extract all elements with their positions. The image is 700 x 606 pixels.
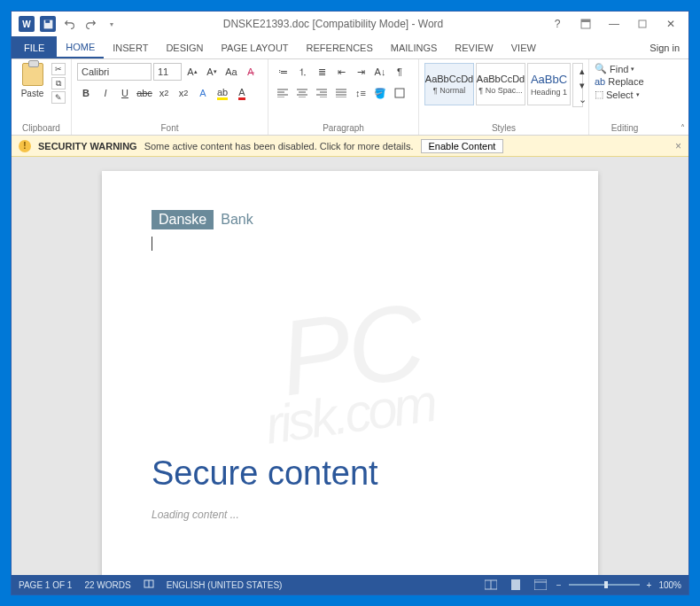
style-normal[interactable]: AaBbCcDd ¶ Normal [424,63,474,105]
tab-home[interactable]: HOME [57,36,104,58]
word-window: W ▾ DNSKE21393.doc [Compatibility Mode] … [11,11,689,595]
enable-content-button[interactable]: Enable Content [421,139,504,153]
zoom-thumb[interactable] [604,581,608,588]
style-heading-1[interactable]: AaBbC Heading 1 [527,63,571,105]
decrease-indent-button[interactable]: ⇤ [332,63,350,81]
bold-button[interactable]: B [77,84,95,102]
select-button[interactable]: ⬚ Select▾ [595,89,655,100]
highlight-button[interactable]: ab [214,84,231,102]
superscript-button[interactable]: x2 [175,84,192,102]
strikethrough-button[interactable]: abc [136,84,153,102]
qat-customize[interactable]: ▾ [102,14,121,34]
svg-rect-4 [639,20,646,27]
numbering-button[interactable]: ⒈ [293,63,311,81]
maximize-button[interactable] [630,15,655,33]
align-left-button[interactable] [274,84,292,102]
zoom-in-button[interactable]: + [647,580,652,590]
zoom-slider[interactable] [569,584,640,586]
replace-button[interactable]: ab Replace [595,76,655,87]
tab-references[interactable]: REFERENCES [298,36,382,58]
web-layout-button[interactable] [532,578,549,592]
styles-gallery[interactable]: AaBbCcDd ¶ Normal AaBbCcDd ¶ No Spac... … [424,63,583,107]
book-icon [144,579,154,589]
ribbon-display-options[interactable] [573,15,598,33]
zoom-out-button[interactable]: − [556,580,562,590]
tab-file[interactable]: FILE [12,36,57,58]
zoom-level[interactable]: 100% [658,580,681,590]
read-mode-button[interactable] [482,578,500,592]
logo-left: Danske [152,210,214,229]
security-warning-bar: ! SECURITY WARNING Some active content h… [12,136,688,157]
status-words[interactable]: 22 WORDS [84,580,130,590]
styles-expand[interactable]: ⌄ [573,92,591,106]
styles-scroll-down[interactable]: ▾ [573,78,591,92]
italic-button[interactable]: I [97,84,114,102]
increase-indent-button[interactable]: ⇥ [352,63,369,81]
tab-design[interactable]: DESIGN [157,36,212,58]
document-page[interactable]: Danske Bank Secure content Loading conte… [102,171,598,575]
window-controls: ? — ✕ [545,15,683,33]
justify-button[interactable] [332,84,350,102]
undo-button[interactable] [59,14,79,34]
cut-button[interactable]: ✂ [51,63,66,75]
tab-mailings[interactable]: MAILINGS [382,36,447,58]
shading-button[interactable]: 🪣 [371,84,389,102]
tab-review[interactable]: REVIEW [446,36,502,58]
status-language[interactable]: ENGLISH (UNITED STATES) [167,580,283,590]
styles-scroll-up[interactable]: ▴ [573,64,591,78]
find-button[interactable]: 🔍 Find▾ [595,63,655,74]
style-no-spacing[interactable]: AaBbCcDd ¶ No Spac... [476,63,525,105]
status-proofing[interactable] [144,579,154,591]
save-button[interactable] [38,14,58,34]
align-left-icon [277,89,288,97]
collapse-ribbon-button[interactable]: ˄ [681,123,685,133]
close-button[interactable]: ✕ [658,15,683,33]
app-icon[interactable]: W [17,14,36,34]
save-icon [40,16,56,32]
warning-icon: ! [19,140,31,152]
print-layout-button[interactable] [507,578,525,592]
align-right-button[interactable] [313,84,331,102]
subscript-button[interactable]: x2 [155,84,173,102]
group-styles: AaBbCcDd ¶ Normal AaBbCcDd ¶ No Spac... … [419,59,589,135]
paste-button[interactable]: Paste [17,63,48,98]
font-name-combo[interactable]: Calibri [77,63,152,81]
text-effects-button[interactable]: A [194,84,212,102]
minimize-button[interactable]: — [602,15,626,33]
document-area[interactable]: Danske Bank Secure content Loading conte… [12,157,688,575]
numbering-icon: ⒈ [298,66,307,79]
font-color-button[interactable]: A [233,84,251,102]
format-painter-button[interactable]: ✎ [51,91,66,104]
highlighter-icon: ab [217,87,228,100]
redo-button[interactable] [81,14,100,34]
security-close-button[interactable]: × [675,140,681,152]
svg-rect-1 [45,19,50,22]
clear-formatting-button[interactable]: A̶ [242,63,260,81]
show-marks-button[interactable]: ¶ [391,63,408,81]
titlebar: W ▾ DNSKE21393.doc [Compatibility Mode] … [12,12,688,36]
tab-page-layout[interactable]: PAGE LAYOUT [213,36,298,58]
group-editing: 🔍 Find▾ ab Replace ⬚ Select▾ Editing [589,59,660,135]
tab-insert[interactable]: INSERT [104,36,157,58]
sort-button[interactable]: A↓ [371,63,389,81]
help-button[interactable]: ? [545,15,570,33]
multilevel-list-button[interactable]: ≣ [313,63,331,81]
styles-group-label: Styles [424,123,583,133]
font-size-combo[interactable]: 11 [153,63,182,81]
shrink-font-button[interactable]: A▾ [203,63,221,81]
align-center-button[interactable] [293,84,311,102]
copy-button[interactable]: ⧉ [51,77,66,89]
change-case-button[interactable]: Aa [222,63,240,81]
print-layout-icon [509,579,522,590]
borders-button[interactable] [391,84,408,102]
window-title: DNSKE21393.doc [Compatibility Mode] - Wo… [121,18,545,30]
tab-view[interactable]: VIEW [502,36,545,58]
bullets-icon: ≔ [278,66,288,78]
underline-button[interactable]: U [116,84,134,102]
bullets-button[interactable]: ≔ [274,63,292,81]
grow-font-button[interactable]: A▴ [183,63,201,81]
status-page[interactable]: PAGE 1 OF 1 [19,580,72,590]
line-spacing-button[interactable]: ↕≡ [352,84,369,102]
signin-link[interactable]: Sign in [641,36,688,58]
font-group-label: Font [77,123,262,133]
